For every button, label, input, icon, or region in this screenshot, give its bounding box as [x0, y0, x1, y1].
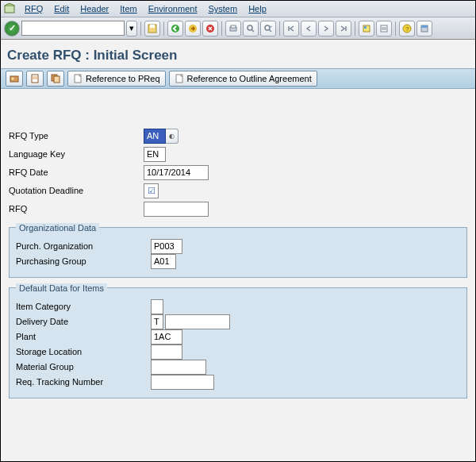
svg-rect-28 [54, 76, 60, 83]
menu-header[interactable]: Header [75, 2, 113, 15]
item-category-label: Item Category [16, 302, 151, 311]
storage-location-input[interactable] [151, 345, 182, 360]
find-next-button[interactable]: + [260, 21, 276, 37]
prev-page-button[interactable] [301, 21, 317, 37]
language-key-label: Language Key [9, 149, 144, 159]
last-page-button[interactable] [336, 21, 351, 37]
material-group-input[interactable] [151, 360, 206, 375]
print-button[interactable] [225, 21, 241, 37]
delivery-date-label: Delivery Date [16, 317, 151, 326]
enter-button[interactable]: ✓ [4, 21, 20, 37]
next-page-button[interactable] [318, 21, 334, 37]
plant-label: Plant [16, 332, 151, 341]
separator [221, 21, 222, 36]
cmd-dropdown[interactable]: ▾ [126, 21, 137, 37]
rfq-label: RFQ [9, 204, 144, 214]
menu-edit[interactable]: Edit [49, 2, 74, 15]
purch-group-label: Purchasing Group [16, 256, 151, 266]
help-button[interactable]: ? [399, 21, 415, 37]
purch-org-input[interactable] [151, 239, 182, 254]
rfq-type-label: RFQ Type [9, 131, 144, 141]
first-page-button[interactable] [283, 21, 299, 37]
menu-system[interactable]: System [203, 2, 242, 15]
window-menu-icon[interactable] [4, 3, 15, 14]
document-icon [73, 74, 83, 83]
content-area: RFQ Type ◐ Language Key RFQ Date Quotati… [1, 89, 475, 406]
cancel-button[interactable] [202, 21, 218, 37]
separator [279, 21, 280, 36]
menu-bar: RFQ Edit Header Item Environment System … [1, 1, 475, 17]
reference-to-outline-button[interactable]: Reference to Outline Agreement [169, 71, 317, 87]
svg-rect-22 [10, 76, 18, 82]
reference-to-preq-label: Reference to PReq [86, 74, 160, 83]
svg-rect-14 [364, 26, 367, 29]
default-data-title: Default Data for Items [16, 283, 107, 293]
svg-rect-15 [381, 25, 387, 32]
svg-text:+: + [270, 24, 273, 29]
req-tracking-label: Req. Tracking Number [16, 377, 151, 387]
material-group-label: Material Group [16, 362, 151, 372]
svg-line-9 [251, 29, 254, 32]
header-details-icon[interactable] [26, 71, 44, 87]
storage-location-label: Storage Location [16, 347, 151, 356]
overview-icon[interactable] [6, 71, 23, 87]
svg-line-11 [269, 29, 271, 32]
separator [140, 21, 141, 36]
menu-item[interactable]: Item [115, 2, 141, 15]
menu-help[interactable]: Help [244, 2, 271, 15]
reference-to-preq-button[interactable]: Reference to PReq [67, 71, 166, 87]
svg-rect-2 [150, 25, 155, 28]
application-toolbar: Reference to PReq Reference to Outline A… [1, 68, 475, 89]
plant-input[interactable] [151, 329, 182, 345]
main-form: RFQ Type ◐ Language Key RFQ Date Quotati… [9, 127, 467, 218]
quotation-deadline-label: Quotation Deadline [9, 186, 144, 195]
svg-point-3 [171, 25, 179, 33]
svg-text:?: ? [405, 25, 409, 33]
menu-rfq[interactable]: RFQ [20, 2, 48, 15]
menu-environment[interactable]: Environment [144, 2, 202, 15]
svg-rect-7 [231, 25, 236, 28]
standard-toolbar: ✓ ▾ + ? [1, 17, 475, 40]
rfq-date-input[interactable] [144, 165, 209, 180]
purch-group-input[interactable] [151, 254, 176, 269]
reference-to-outline-label: Reference to Outline Agreement [187, 74, 312, 83]
quotation-deadline-checkbox[interactable]: ☑ [144, 183, 159, 198]
new-session-button[interactable] [359, 21, 374, 37]
document-icon [175, 74, 184, 83]
find-button[interactable] [243, 21, 259, 37]
item-category-input[interactable] [151, 299, 163, 314]
exit-button[interactable] [185, 21, 201, 37]
delivery-date-input[interactable] [165, 314, 230, 329]
svg-point-23 [12, 78, 14, 80]
delivery-date-type-input[interactable] [151, 314, 163, 329]
default-data-group: Default Data for Items Item Category Del… [9, 287, 467, 398]
rfq-date-label: RFQ Date [9, 167, 144, 177]
rfq-type-input[interactable] [144, 129, 166, 144]
separator [395, 21, 396, 36]
save-button[interactable] [144, 21, 160, 37]
page-title: Create RFQ : Initial Screen [1, 40, 475, 68]
separator [355, 21, 355, 36]
organizational-data-title: Organizational Data [16, 223, 99, 233]
req-tracking-input[interactable] [151, 375, 214, 390]
back-button[interactable] [167, 21, 183, 37]
rfq-type-valuehelp-icon[interactable]: ◐ [166, 129, 178, 144]
separator [163, 21, 164, 36]
purch-org-label: Purch. Organization [16, 241, 151, 251]
command-field[interactable] [21, 21, 125, 36]
svg-rect-21 [421, 25, 428, 28]
organizational-data-group: Organizational Data Purch. Organization … [9, 227, 467, 278]
copy-icon[interactable] [47, 71, 64, 87]
layout-button[interactable] [416, 21, 432, 37]
rfq-input[interactable] [144, 202, 209, 217]
shortcut-button[interactable] [376, 21, 392, 37]
svg-rect-0 [5, 6, 14, 13]
language-key-input[interactable] [144, 147, 166, 162]
